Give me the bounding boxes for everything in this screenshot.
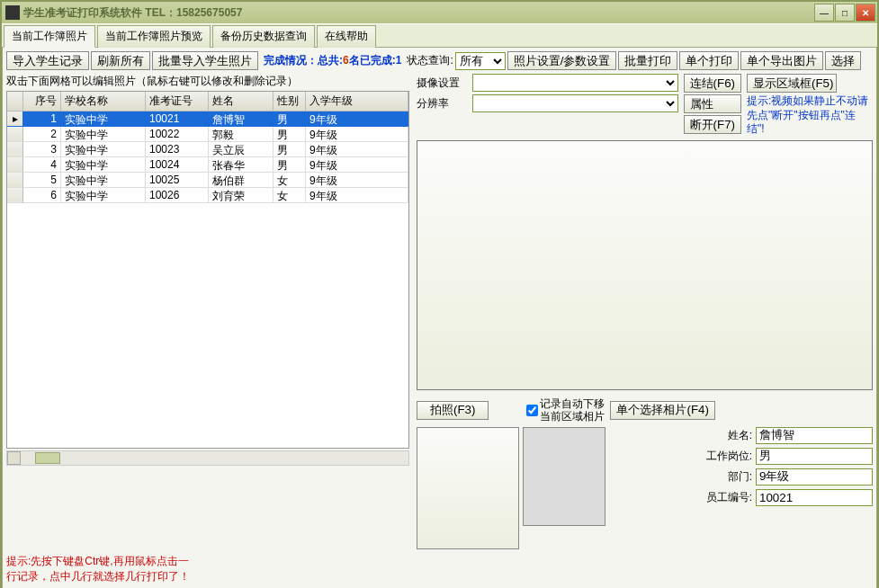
show-area-button[interactable]: 显示区域框(F5) xyxy=(747,74,837,93)
tab-2[interactable]: 备份历史数据查询 xyxy=(212,25,315,48)
choose-button[interactable]: 选择 xyxy=(825,51,861,70)
table-row[interactable]: ▸1实验中学10021詹博智男9年级 xyxy=(7,111,408,127)
name-label: 姓名: xyxy=(696,428,752,443)
table-row[interactable]: 2实验中学10022郭毅男9年级 xyxy=(7,127,408,142)
tab-3[interactable]: 在线帮助 xyxy=(317,25,376,48)
multi-select-tip: 提示:先按下键盘Ctr键,再用鼠标点击一行记录，点中几行就选择几行打印了！ xyxy=(6,554,409,584)
grid-hint: 双击下面网格可以编辑照片（鼠标右键可以修改和删除记录） xyxy=(6,74,409,89)
single-export-button[interactable]: 单个导出图片 xyxy=(740,51,823,70)
bulk-import-button[interactable]: 批量导入学生照片 xyxy=(152,51,258,70)
col-school: 学校名称 xyxy=(61,92,146,111)
auto-move-checkbox[interactable]: 记录自动下移当前区域相片 xyxy=(526,397,605,423)
video-tip: 提示:视频如果静止不动请先点"断开"按钮再点"连结"! xyxy=(747,94,873,137)
student-grid[interactable]: 序号 学校名称 准考证号 姓名 性别 入学年级 ▸1实验中学10021詹博智男9… xyxy=(6,91,409,449)
photo-settings-button[interactable]: 照片设置/参数设置 xyxy=(507,51,617,70)
table-row[interactable]: 4实验中学10024张春华男9年级 xyxy=(7,157,408,173)
photo-slot-large xyxy=(417,427,519,549)
app-icon xyxy=(5,5,20,20)
titlebar: 学生准考证打印系统软件 TEL：15825675057 — □ ✕ xyxy=(2,2,877,23)
bulk-print-button[interactable]: 批量打印 xyxy=(618,51,677,70)
camera-device-select[interactable] xyxy=(472,74,678,92)
tab-bar: 当前工作簿照片当前工作簿照片预览备份历史数据查询在线帮助 xyxy=(2,23,877,47)
close-button[interactable]: ✕ xyxy=(856,4,875,22)
single-photo-button[interactable]: 单个选择相片(F4) xyxy=(610,401,714,420)
resolution-label: 分辨率 xyxy=(417,96,467,111)
maximize-button[interactable]: □ xyxy=(835,4,855,22)
connect-button[interactable]: 连结(F6) xyxy=(684,74,741,93)
tab-0[interactable]: 当前工作簿照片 xyxy=(4,25,95,48)
dept-label: 部门: xyxy=(696,469,752,485)
video-preview xyxy=(417,140,873,390)
col-exam: 准考证号 xyxy=(146,92,209,111)
table-row[interactable]: 5实验中学10025杨伯群女9年级 xyxy=(7,173,408,188)
col-name: 姓名 xyxy=(209,92,274,111)
status-query-select[interactable]: 所有 xyxy=(455,52,506,70)
camera-device-label: 摄像设置 xyxy=(417,76,467,91)
table-row[interactable]: 3实验中学10023吴立辰男9年级 xyxy=(7,142,408,157)
emp-label: 员工编号: xyxy=(696,490,752,505)
emp-field[interactable] xyxy=(756,489,873,506)
status-label: 完成情况：总共:6名已完成:1 xyxy=(264,53,401,68)
photo-slot-small xyxy=(523,427,605,526)
col-sex: 性别 xyxy=(274,92,306,111)
minimize-button[interactable]: — xyxy=(814,4,834,22)
col-grade: 入学年级 xyxy=(306,92,408,111)
grid-hscroll[interactable] xyxy=(6,450,409,466)
resolution-select[interactable] xyxy=(472,94,678,112)
disconnect-button[interactable]: 断开(F7) xyxy=(684,115,741,134)
single-print-button[interactable]: 单个打印 xyxy=(679,51,739,70)
job-field[interactable] xyxy=(756,448,873,465)
dept-field[interactable] xyxy=(756,468,873,486)
toolbar: 导入学生记录 刷新所有 批量导入学生照片 完成情况：总共:6名已完成:1 状态查… xyxy=(6,51,873,70)
job-label: 工作岗位: xyxy=(696,449,752,464)
name-field[interactable] xyxy=(756,427,873,444)
tab-1[interactable]: 当前工作簿照片预览 xyxy=(97,25,211,48)
import-button[interactable]: 导入学生记录 xyxy=(6,51,89,70)
shoot-button[interactable]: 拍照(F3) xyxy=(417,401,489,420)
table-row[interactable]: 6实验中学10026刘育荣女9年级 xyxy=(7,188,408,203)
attr-button[interactable]: 属性 xyxy=(684,94,741,113)
query-label: 状态查询: xyxy=(407,53,453,68)
col-seq: 序号 xyxy=(23,92,61,111)
window-title: 学生准考证打印系统软件 TEL：15825675057 xyxy=(23,5,242,21)
refresh-button[interactable]: 刷新所有 xyxy=(91,51,150,70)
